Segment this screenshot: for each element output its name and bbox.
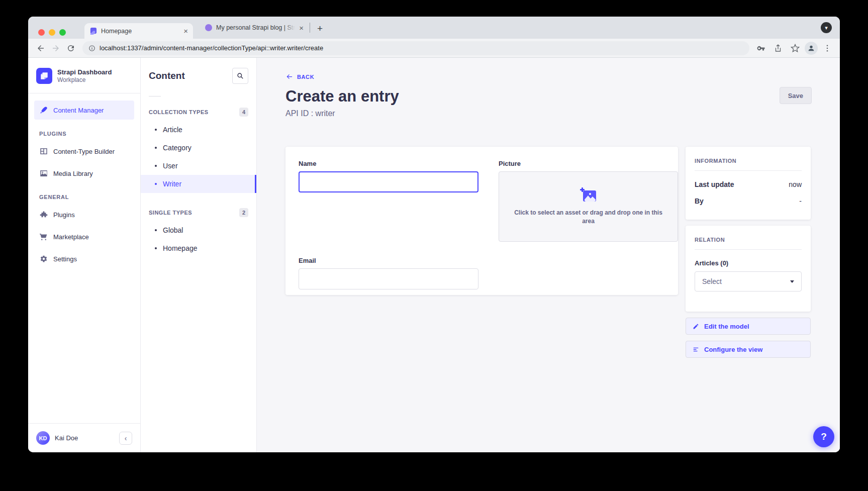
new-tab-button[interactable]: + [313, 23, 327, 34]
password-key-icon[interactable] [753, 41, 768, 56]
search-button[interactable] [232, 68, 248, 84]
zoom-window-button[interactable] [59, 29, 66, 36]
avatar: KD [36, 431, 50, 445]
bullet-icon [155, 247, 157, 249]
browser-toolbar: localhost:1337/admin/content-manager/col… [28, 39, 840, 58]
close-window-button[interactable] [38, 29, 45, 36]
last-update-label: Last update [695, 180, 734, 188]
collection-type-user[interactable]: User [141, 157, 256, 175]
group-label-collection-types: COLLECTION TYPES [149, 109, 209, 115]
sidebar-item-plugins[interactable]: Plugins [34, 205, 134, 224]
sidebar-section-plugins: PLUGINS [34, 123, 134, 142]
content-type-panel: Content COLLECTION TYPES 4 Article Categ… [141, 58, 257, 452]
tab-blog[interactable]: My personal Strapi blog | Strap × [200, 17, 309, 39]
puzzle-icon [39, 210, 48, 219]
browser-window: Homepage × My personal Strapi blog | Str… [28, 17, 840, 452]
collapse-sidebar-button[interactable]: ‹ [119, 432, 132, 445]
sidebar-item-label: Media Library [53, 170, 93, 177]
sidebar-item-marketplace[interactable]: Marketplace [34, 227, 134, 246]
chevron-down-icon [790, 280, 794, 283]
single-type-homepage[interactable]: Homepage [141, 239, 256, 257]
page-title: Create an entry [285, 87, 812, 106]
layout-icon [39, 147, 48, 156]
strapi-favicon-icon [89, 27, 97, 35]
divider [695, 249, 802, 250]
configure-lines-icon [693, 346, 699, 353]
tab-title: Homepage [101, 28, 179, 35]
back-link[interactable]: BACK [285, 73, 314, 80]
item-label: Category [163, 144, 191, 152]
app-subtitle: Workplace [57, 76, 112, 83]
name-input[interactable] [299, 171, 478, 192]
collection-type-writer[interactable]: Writer [141, 175, 256, 193]
upload-placeholder-text: Click to select an asset or drag and dro… [510, 209, 667, 226]
tab-divider [310, 23, 310, 33]
sidebar-item-label: Content-Type Builder [53, 148, 115, 155]
user-name: Kai Doe [55, 434, 114, 442]
sidebar-item-label: Settings [53, 255, 77, 263]
configure-view-label: Configure the view [704, 346, 762, 353]
sidebar-section-general: GENERAL [34, 186, 134, 205]
count-badge: 2 [239, 208, 248, 217]
email-input[interactable] [299, 268, 478, 289]
back-label: BACK [297, 74, 314, 80]
profile-avatar-icon[interactable] [805, 42, 818, 55]
minimize-window-button[interactable] [49, 29, 55, 36]
tab-search-button[interactable]: ▾ [821, 22, 832, 33]
bookmark-star-icon[interactable] [788, 41, 803, 56]
edit-model-label: Edit the model [704, 323, 749, 330]
bullet-icon [155, 229, 157, 231]
tab-strip: Homepage × My personal Strapi blog | Str… [28, 17, 840, 39]
by-value: - [799, 197, 802, 205]
help-button[interactable]: ? [813, 426, 834, 447]
group-label-single-types: SINGLE TYPES [149, 210, 192, 216]
cart-icon [39, 232, 48, 241]
sidebar-item-content-manager[interactable]: Content Manager [34, 101, 134, 120]
sidebar-item-settings[interactable]: Settings [34, 249, 134, 268]
item-label: User [163, 162, 178, 170]
back-nav-button[interactable] [33, 41, 48, 56]
picture-upload-dropzone[interactable]: Click to select an asset or drag and dro… [499, 171, 678, 242]
info-icon[interactable] [88, 45, 95, 52]
main-sidebar: Strapi Dashboard Workplace Content Manag… [28, 58, 141, 452]
by-label: By [695, 197, 704, 205]
configure-view-button[interactable]: Configure the view [686, 341, 811, 358]
last-update-value: now [789, 180, 802, 188]
bullet-icon [155, 183, 157, 185]
edit-model-button[interactable]: Edit the model [686, 318, 811, 335]
single-type-global[interactable]: Global [141, 221, 256, 239]
browser-menu-icon[interactable] [820, 41, 835, 56]
image-add-icon [580, 187, 597, 203]
sidebar-item-content-type-builder[interactable]: Content-Type Builder [34, 142, 134, 161]
save-button[interactable]: Save [780, 87, 812, 104]
user-profile-row[interactable]: KD Kai Doe ‹ [28, 423, 140, 452]
collection-type-category[interactable]: Category [141, 139, 256, 157]
panel-title: Content [149, 70, 185, 81]
window-controls [38, 29, 66, 36]
sidebar-item-label: Plugins [53, 211, 75, 219]
api-id-subtitle: API ID : writer [285, 109, 812, 118]
relation-panel: RELATION Articles (0) Select [686, 226, 811, 312]
forward-nav-button[interactable] [48, 41, 63, 56]
bullet-icon [155, 147, 157, 149]
count-badge: 4 [239, 108, 248, 117]
collection-type-article[interactable]: Article [141, 121, 256, 139]
address-bar[interactable]: localhost:1337/admin/content-manager/col… [82, 41, 749, 55]
item-label: Writer [163, 180, 181, 188]
email-field-label: Email [299, 257, 478, 264]
app-title: Strapi Dashboard [57, 68, 112, 76]
gear-icon [39, 254, 48, 263]
articles-select[interactable]: Select [695, 271, 802, 291]
tab-close-icon[interactable]: × [299, 24, 304, 32]
reload-button[interactable] [63, 41, 78, 56]
sidebar-item-media-library[interactable]: Media Library [34, 164, 134, 183]
tab-title: My personal Strapi blog | Strap [216, 24, 295, 31]
item-label: Homepage [163, 244, 198, 252]
search-icon [237, 72, 244, 79]
bullet-icon [155, 129, 157, 131]
tab-homepage[interactable]: Homepage × [84, 23, 193, 39]
workspace-header[interactable]: Strapi Dashboard Workplace [28, 58, 140, 93]
share-icon[interactable] [770, 41, 786, 56]
picture-field-label: Picture [499, 160, 678, 167]
tab-close-icon[interactable]: × [183, 27, 188, 35]
